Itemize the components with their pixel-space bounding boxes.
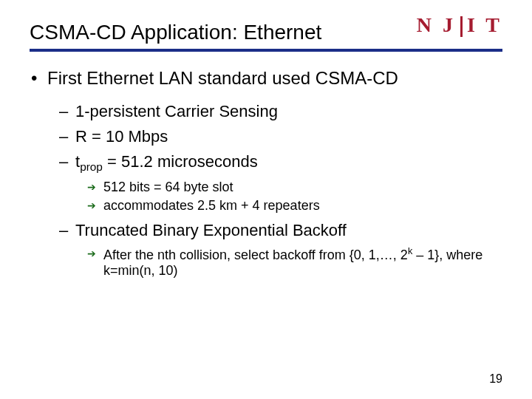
njit-logo: N J I T xyxy=(417,13,502,37)
bullet-sub-4: Truncated Binary Exponential Backoff xyxy=(30,221,502,240)
bullet-sub-1: 1-persistent Carrier Sensing xyxy=(30,102,502,121)
sub3-post: = 51.2 microseconds xyxy=(103,152,258,171)
logo-text-right: I T xyxy=(467,13,502,37)
title-underline xyxy=(30,49,502,52)
bullet-main: First Ethernet LAN standard used CSMA-CD xyxy=(30,68,502,89)
page-number: 19 xyxy=(489,372,502,386)
sub3-subscript: prop xyxy=(80,160,103,173)
bullet-sub-4a: After the nth collision, select backoff … xyxy=(30,246,502,279)
bullet-sub-2: R = 10 Mbps xyxy=(30,127,502,146)
logo-text-left: N J xyxy=(417,13,456,37)
bullet-sub-3: tprop = 51.2 microseconds xyxy=(30,152,502,174)
slide: N J I T CSMA-CD Application: Ethernet Fi… xyxy=(0,0,532,399)
bullet-sub-3a: 512 bits = 64 byte slot xyxy=(30,180,502,195)
logo-divider xyxy=(460,16,463,37)
sub4a-pre: After the nth collision, select backoff … xyxy=(103,248,408,262)
bullet-sub-3b: accommodates 2.5 km + 4 repeaters xyxy=(30,198,502,214)
